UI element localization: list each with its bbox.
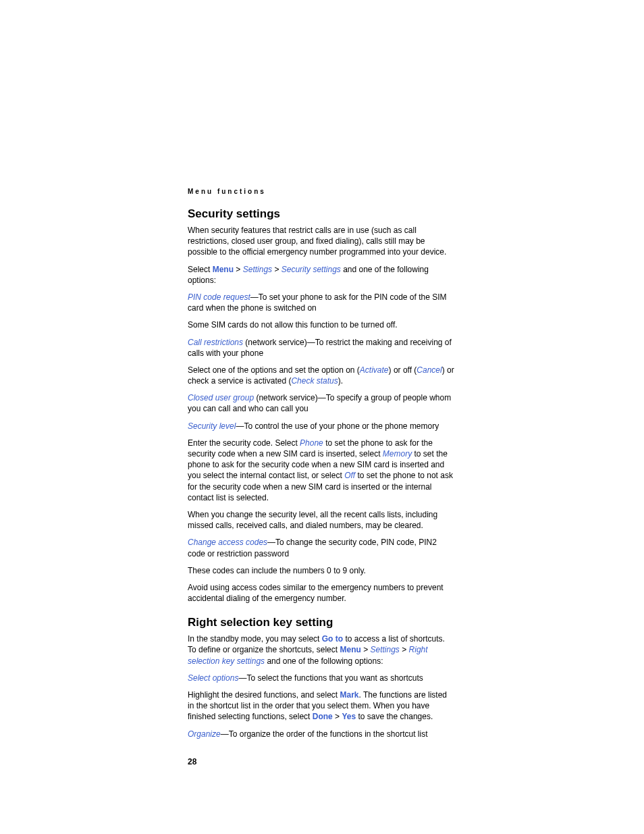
text: Select <box>188 265 213 274</box>
paragraph: Call restrictions (network service)—To r… <box>188 337 455 359</box>
ui-label-done: Done <box>313 712 333 721</box>
ui-label-call-restrictions: Call restrictions <box>188 338 243 347</box>
ui-label-pin-code-request: PIN code request <box>188 292 250 302</box>
paragraph: Select one of the options and set the op… <box>188 365 455 386</box>
ui-label-security-level: Security level <box>188 421 236 431</box>
text: Select one of the options and set the op… <box>188 365 360 375</box>
ui-label-activate: Activate <box>360 365 389 375</box>
paragraph: Change access codes—To change the securi… <box>188 537 455 558</box>
text: ). <box>338 376 343 386</box>
paragraph: Highlight the desired functions, and sel… <box>188 689 455 723</box>
paragraph: Select options—To select the functions t… <box>188 673 455 683</box>
text: > <box>272 265 281 274</box>
ui-label-settings: Settings <box>243 265 272 274</box>
text: ) or off ( <box>389 365 417 375</box>
ui-label-cancel: Cancel <box>417 365 441 375</box>
text: —To control the use of your phone or the… <box>236 421 439 431</box>
paragraph: When security features that restrict cal… <box>188 225 455 258</box>
text: > <box>333 712 342 721</box>
text: to save the changes. <box>356 712 433 721</box>
paragraph: Enter the security code. Select Phone to… <box>188 438 455 503</box>
ui-label-yes: Yes <box>342 712 356 721</box>
page-number: 28 <box>188 757 455 766</box>
paragraph: Select Menu > Settings > Security settin… <box>188 264 455 286</box>
ui-label-settings: Settings <box>371 645 400 654</box>
paragraph: When you change the security level, all … <box>188 509 455 531</box>
text: In the standby mode, you may select <box>188 634 322 644</box>
ui-label-go-to: Go to <box>322 634 343 644</box>
ui-label-memory: Memory <box>383 449 412 459</box>
text: Enter the security code. Select <box>188 438 300 448</box>
ui-label-phone: Phone <box>300 438 323 448</box>
ui-label-mark: Mark <box>340 690 358 700</box>
text: —To select the functions that you want a… <box>238 673 423 683</box>
ui-label-menu: Menu <box>213 265 234 274</box>
paragraph: Organize—To organize the order of the fu… <box>188 729 455 739</box>
text: > <box>361 645 371 654</box>
text: —To organize the order of the functions … <box>221 729 428 739</box>
paragraph: Closed user group (network service)—To s… <box>188 392 455 414</box>
ui-label-organize: Organize <box>188 729 221 739</box>
paragraph: These codes can include the numbers 0 to… <box>188 565 455 576</box>
heading-security-settings: Security settings <box>188 207 455 221</box>
ui-label-change-access-codes: Change access codes <box>188 538 267 547</box>
ui-label-off: Off <box>344 471 355 480</box>
document-page: Menu functions Security settings When se… <box>0 0 644 834</box>
text: Highlight the desired functions, and sel… <box>188 690 340 700</box>
ui-label-check-status: Check status <box>291 376 338 386</box>
paragraph: PIN code request—To set your phone to as… <box>188 292 455 313</box>
paragraph: Avoid using access codes similar to the … <box>188 582 455 604</box>
paragraph: In the standby mode, you may select Go t… <box>188 633 455 667</box>
running-header: Menu functions <box>188 188 455 195</box>
ui-label-closed-user-group: Closed user group <box>188 393 254 402</box>
paragraph: Some SIM cards do not allow this functio… <box>188 319 455 330</box>
text: and one of the following options: <box>265 656 383 666</box>
text: > <box>400 645 409 654</box>
paragraph: Security level—To control the use of you… <box>188 421 455 432</box>
ui-label-select-options: Select options <box>188 673 238 683</box>
text: > <box>234 265 243 274</box>
ui-label-menu: Menu <box>340 645 360 654</box>
heading-right-selection-key-setting: Right selection key setting <box>188 616 455 629</box>
ui-label-security-settings: Security settings <box>281 265 341 274</box>
